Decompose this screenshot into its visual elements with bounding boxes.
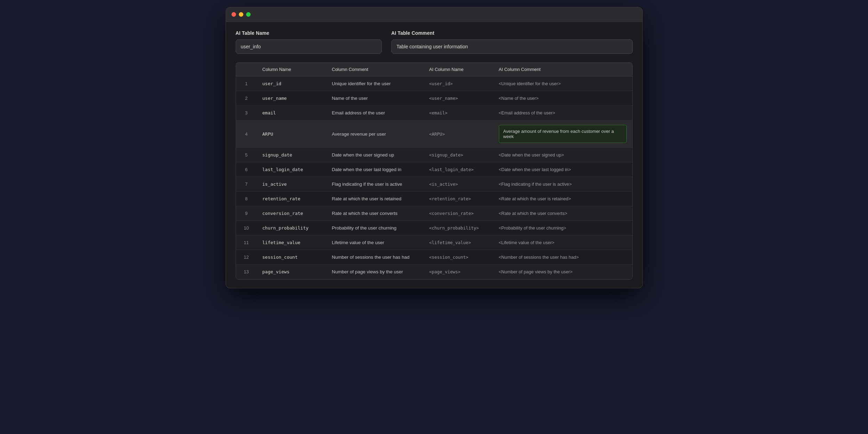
cell-index: 11 [236, 235, 257, 250]
cell-ai-column-comment: <Flag indicating if the user is active> [493, 177, 632, 192]
cell-index: 7 [236, 177, 257, 192]
data-table-container: Column Name Column Comment AI Column Nam… [236, 62, 633, 280]
cell-ai-column-name: <page_views> [424, 265, 493, 279]
cell-ai-column-name: <lifetime_value> [424, 235, 493, 250]
cell-column-comment: Average revenue per user [326, 120, 424, 148]
cell-ai-column-name: <session_count> [424, 250, 493, 265]
table-row: 10churn_probabilityProbability of the us… [236, 221, 632, 235]
minimize-button[interactable] [239, 12, 243, 17]
cell-index: 8 [236, 192, 257, 206]
cell-column-name: session_count [257, 250, 326, 265]
col-header-column-comment: Column Comment [326, 63, 424, 77]
cell-column-name: churn_probability [257, 221, 326, 235]
cell-ai-column-name: <is_active> [424, 177, 493, 192]
table-row: 1user_idUnique identifier for the user<u… [236, 77, 632, 91]
form-section: AI Table Name AI Table Comment [236, 30, 633, 54]
table-comment-group: AI Table Comment [391, 30, 633, 54]
cell-ai-column-comment: <Rate at which the user is retained> [493, 192, 632, 206]
cell-ai-column-name: <signup_date> [424, 148, 493, 162]
cell-index: 4 [236, 120, 257, 148]
table-name-group: AI Table Name [236, 30, 382, 54]
table-row: 13page_viewsNumber of page views by the … [236, 265, 632, 279]
cell-ai-column-name: <retention_rate> [424, 192, 493, 206]
col-header-ai-column-comment: AI Column Comment [493, 63, 632, 77]
maximize-button[interactable] [246, 12, 251, 17]
cell-column-name: lifetime_value [257, 235, 326, 250]
cell-column-name: email [257, 106, 326, 120]
cell-column-name: conversion_rate [257, 206, 326, 221]
table-comment-label: AI Table Comment [391, 30, 633, 36]
cell-ai-column-name: <email> [424, 106, 493, 120]
cell-column-name: ARPU [257, 120, 326, 148]
table-row: 9conversion_rateRate at which the user c… [236, 206, 632, 221]
editable-ai-comment[interactable]: Average amount of revenue from each cust… [499, 125, 627, 143]
col-header-index [236, 63, 257, 77]
table-comment-input[interactable] [391, 39, 633, 54]
table-row: 12session_countNumber of sessions the us… [236, 250, 632, 265]
cell-column-comment: Rate at which the user converts [326, 206, 424, 221]
cell-column-comment: Number of page views by the user [326, 265, 424, 279]
cell-index: 10 [236, 221, 257, 235]
cell-ai-column-comment: <Date when the user last logged in> [493, 162, 632, 177]
cell-ai-column-comment: <Number of page views by the user> [493, 265, 632, 279]
cell-ai-column-name: <ARPU> [424, 120, 493, 148]
cell-index: 9 [236, 206, 257, 221]
cell-ai-column-comment: <Unique identifier for the user> [493, 77, 632, 91]
cell-column-name: user_id [257, 77, 326, 91]
cell-column-comment: Rate at which the user is retained [326, 192, 424, 206]
col-header-ai-column-name: AI Column Name [424, 63, 493, 77]
table-row: 3emailEmail address of the user<email><E… [236, 106, 632, 120]
table-header-row: Column Name Column Comment AI Column Nam… [236, 63, 632, 77]
cell-ai-column-name: <conversion_rate> [424, 206, 493, 221]
cell-ai-column-comment: <Date when the user signed up> [493, 148, 632, 162]
cell-column-name: retention_rate [257, 192, 326, 206]
close-button[interactable] [232, 12, 236, 17]
cell-ai-column-comment: <Rate at which the user converts> [493, 206, 632, 221]
cell-index: 12 [236, 250, 257, 265]
cell-ai-column-comment: <Email address of the user> [493, 106, 632, 120]
cell-column-name: user_name [257, 91, 326, 106]
cell-ai-column-comment: <Probability of the user churning> [493, 221, 632, 235]
cell-column-name: last_login_date [257, 162, 326, 177]
cell-ai-column-comment: <Name of the user> [493, 91, 632, 106]
table-row: 5signup_dateDate when the user signed up… [236, 148, 632, 162]
window-content: AI Table Name AI Table Comment Column Na… [226, 22, 642, 288]
cell-column-comment: Probability of the user churning [326, 221, 424, 235]
cell-index: 1 [236, 77, 257, 91]
cell-index: 13 [236, 265, 257, 279]
cell-index: 2 [236, 91, 257, 106]
cell-column-comment: Number of sessions the user has had [326, 250, 424, 265]
cell-column-comment: Flag indicating if the user is active [326, 177, 424, 192]
table-name-input[interactable] [236, 39, 382, 54]
cell-column-comment: Date when the user last logged in [326, 162, 424, 177]
table-name-label: AI Table Name [236, 30, 382, 36]
cell-column-comment: Date when the user signed up [326, 148, 424, 162]
table-row: 11lifetime_valueLifetime value of the us… [236, 235, 632, 250]
main-window: AI Table Name AI Table Comment Column Na… [226, 7, 643, 288]
title-bar [226, 7, 642, 22]
cell-ai-column-comment: <Lifetime value of the user> [493, 235, 632, 250]
cell-column-comment: Email address of the user [326, 106, 424, 120]
cell-ai-column-comment: <Number of sessions the user has had> [493, 250, 632, 265]
cell-ai-column-name: <user_name> [424, 91, 493, 106]
cell-column-comment: Name of the user [326, 91, 424, 106]
cell-column-name: is_active [257, 177, 326, 192]
table-row: 6last_login_dateDate when the user last … [236, 162, 632, 177]
cell-ai-column-name: <last_login_date> [424, 162, 493, 177]
cell-column-name: page_views [257, 265, 326, 279]
cell-ai-column-comment[interactable]: Average amount of revenue from each cust… [493, 120, 632, 148]
table-row: 2user_nameName of the user<user_name><Na… [236, 91, 632, 106]
cell-ai-column-name: <user_id> [424, 77, 493, 91]
col-header-column-name: Column Name [257, 63, 326, 77]
cell-ai-column-name: <churn_probability> [424, 221, 493, 235]
data-table: Column Name Column Comment AI Column Nam… [236, 63, 632, 279]
cell-index: 5 [236, 148, 257, 162]
cell-column-comment: Unique identifier for the user [326, 77, 424, 91]
table-row: 7is_activeFlag indicating if the user is… [236, 177, 632, 192]
cell-index: 3 [236, 106, 257, 120]
cell-index: 6 [236, 162, 257, 177]
cell-column-name: signup_date [257, 148, 326, 162]
cell-column-comment: Lifetime value of the user [326, 235, 424, 250]
table-row: 8retention_rateRate at which the user is… [236, 192, 632, 206]
table-row: 4ARPUAverage revenue per user<ARPU>Avera… [236, 120, 632, 148]
